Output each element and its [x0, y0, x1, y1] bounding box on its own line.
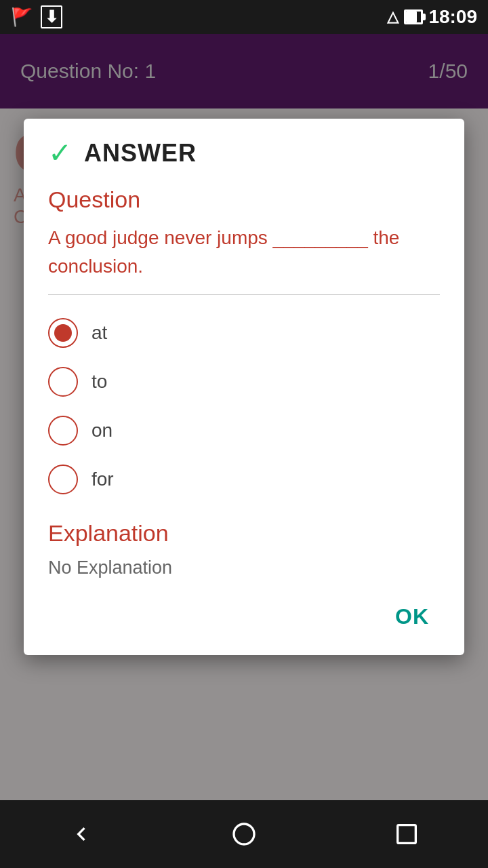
radio-on[interactable]	[48, 416, 78, 446]
home-icon	[230, 821, 258, 848]
option-to-label: to	[92, 371, 107, 393]
svg-rect-1	[398, 825, 416, 844]
ok-button[interactable]: OK	[384, 599, 440, 635]
dialog-header: ✓ ANSWER	[48, 139, 440, 167]
question-text: A good judge never jumps _________ the c…	[48, 224, 440, 281]
answer-title: ANSWER	[84, 139, 197, 167]
option-at-label: at	[92, 322, 107, 344]
explanation-section-label: Explanation	[48, 520, 440, 547]
radio-to[interactable]	[48, 367, 78, 397]
recents-button[interactable]	[393, 821, 420, 848]
option-to[interactable]: to	[48, 357, 440, 406]
status-bar: 🚩 ⬇ △ 18:09	[0, 0, 488, 34]
battery-icon	[404, 9, 423, 24]
radio-inner-at	[54, 324, 72, 342]
status-bar-left: 🚩 ⬇	[11, 5, 62, 28]
check-icon: ✓	[48, 139, 72, 167]
option-for-label: for	[92, 469, 114, 490]
svg-point-0	[234, 824, 254, 844]
radio-for[interactable]	[48, 465, 78, 494]
options-list: at to on for	[48, 309, 440, 504]
question-section-label: Question	[48, 186, 440, 213]
dialog-footer: OK	[48, 599, 440, 635]
explanation-text: No Explanation	[48, 557, 440, 578]
download-icon: ⬇	[41, 5, 62, 28]
answer-dialog: ✓ ANSWER Question A good judge never jum…	[24, 119, 464, 655]
status-bar-right: △ 18:09	[387, 6, 477, 28]
option-on[interactable]: on	[48, 406, 440, 455]
notification-icon: 🚩	[11, 7, 33, 28]
back-button[interactable]	[68, 821, 95, 848]
option-at[interactable]: at	[48, 309, 440, 357]
back-icon	[68, 821, 95, 848]
home-button[interactable]	[230, 821, 258, 848]
nav-bar	[0, 800, 488, 868]
signal-icon: △	[387, 8, 399, 26]
status-time: 18:09	[428, 6, 477, 28]
divider	[48, 294, 440, 295]
radio-at[interactable]	[48, 318, 78, 348]
recents-icon	[393, 821, 420, 848]
option-on-label: on	[92, 420, 113, 441]
option-for[interactable]: for	[48, 455, 440, 504]
